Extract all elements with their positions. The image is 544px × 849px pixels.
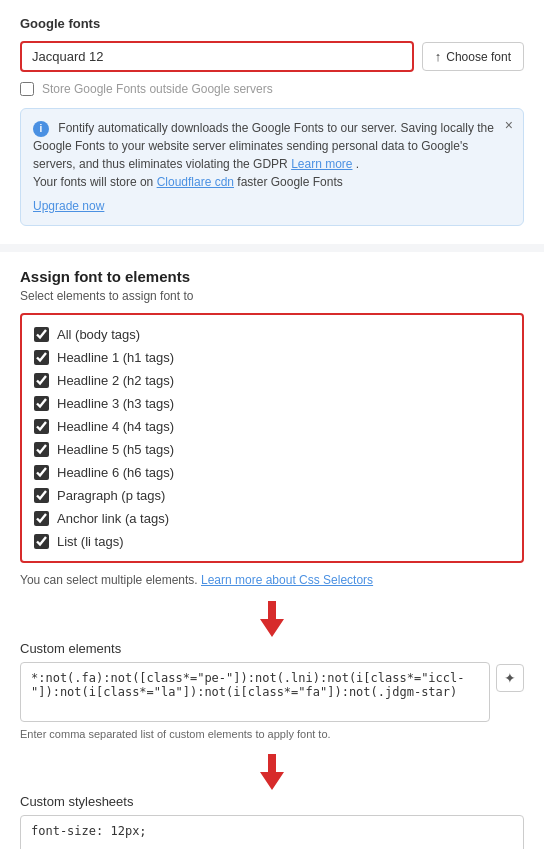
custom-elements-hint: Enter comma separated list of custom ele… [20, 728, 524, 740]
learn-more-row: You can select multiple elements. Learn … [20, 573, 524, 587]
custom-elements-row: *:not(.fa):not([class*="pe-"]):not(.lni)… [20, 662, 524, 722]
checkbox-4[interactable] [34, 419, 49, 434]
info-banner: i Fontify automatically downloads the Go… [20, 108, 524, 226]
checkbox-label: Headline 2 (h2 tags) [57, 373, 174, 388]
checkbox-label: Anchor link (a tags) [57, 511, 169, 526]
store-outside-checkbox[interactable] [20, 82, 34, 96]
checkbox-9[interactable] [34, 534, 49, 549]
assign-font-title: Assign font to elements [20, 268, 524, 285]
checkbox-item: List (li tags) [34, 530, 510, 553]
checkbox-label: Headline 4 (h4 tags) [57, 419, 174, 434]
checkbox-label: Headline 6 (h6 tags) [57, 465, 174, 480]
assign-font-subtitle: Select elements to assign font to [20, 289, 524, 303]
cloudflare-link[interactable]: Cloudflare cdn [157, 175, 234, 189]
checkbox-item: Headline 3 (h3 tags) [34, 392, 510, 415]
custom-elements-label: Custom elements [20, 641, 524, 656]
checkbox-6[interactable] [34, 465, 49, 480]
checkbox-5[interactable] [34, 442, 49, 457]
divider [0, 244, 544, 252]
store-checkbox-label: Store Google Fonts outside Google server… [42, 82, 273, 96]
close-banner-button[interactable]: × [505, 117, 513, 133]
choose-font-button[interactable]: ↑ Choose font [422, 42, 524, 71]
checkbox-item: Headline 6 (h6 tags) [34, 461, 510, 484]
checkbox-label: All (body tags) [57, 327, 140, 342]
checkbox-item: Headline 1 (h1 tags) [34, 346, 510, 369]
svg-marker-1 [260, 754, 284, 790]
checkbox-label: Headline 1 (h1 tags) [57, 350, 174, 365]
checkbox-item: Anchor link (a tags) [34, 507, 510, 530]
store-checkbox-row: Store Google Fonts outside Google server… [20, 82, 524, 96]
checkbox-label: Headline 5 (h5 tags) [57, 442, 174, 457]
settings-icon: ✦ [504, 670, 516, 686]
assign-font-section: Assign font to elements Select elements … [0, 252, 544, 849]
checkbox-label: List (li tags) [57, 534, 123, 549]
checkbox-3[interactable] [34, 396, 49, 411]
info-text-3: faster Google Fonts [237, 175, 342, 189]
upload-icon: ↑ [435, 49, 442, 64]
checkbox-label: Headline 3 (h3 tags) [57, 396, 174, 411]
info-icon: i [33, 121, 49, 137]
arrow-down-custom-stylesheets [256, 754, 288, 790]
checkbox-item: All (body tags) [34, 323, 510, 346]
font-picker-row: ↑ Choose font [20, 41, 524, 72]
arrow-down-custom-elements [256, 601, 288, 637]
checkbox-2[interactable] [34, 373, 49, 388]
learn-more-prefix: You can select multiple elements. [20, 573, 201, 587]
custom-elements-textarea[interactable]: *:not(.fa):not([class*="pe-"]):not(.lni)… [20, 662, 490, 722]
checkbox-item: Headline 2 (h2 tags) [34, 369, 510, 392]
custom-elements-settings-button[interactable]: ✦ [496, 664, 524, 692]
svg-marker-0 [260, 601, 284, 637]
checkbox-0[interactable] [34, 327, 49, 342]
upgrade-link[interactable]: Upgrade now [33, 197, 511, 215]
element-checkboxes-container: All (body tags)Headline 1 (h1 tags)Headl… [20, 313, 524, 563]
checkbox-1[interactable] [34, 350, 49, 365]
info-text-1: Fontify automatically downloads the Goog… [33, 121, 494, 171]
learn-more-link[interactable]: Learn more [291, 157, 352, 171]
css-selectors-link[interactable]: Learn more about Css Selectors [201, 573, 373, 587]
custom-stylesheets-textarea[interactable]: font-size: 12px; [20, 815, 524, 849]
checkbox-item: Headline 4 (h4 tags) [34, 415, 510, 438]
checkbox-7[interactable] [34, 488, 49, 503]
choose-font-label: Choose font [446, 50, 511, 64]
google-fonts-section: Google fonts ↑ Choose font Store Google … [0, 0, 544, 244]
font-name-input[interactable] [20, 41, 414, 72]
checkbox-8[interactable] [34, 511, 49, 526]
custom-stylesheets-label: Custom stylesheets [20, 794, 524, 809]
google-fonts-title: Google fonts [20, 16, 524, 31]
checkbox-item: Headline 5 (h5 tags) [34, 438, 510, 461]
checkbox-label: Paragraph (p tags) [57, 488, 165, 503]
checkbox-item: Paragraph (p tags) [34, 484, 510, 507]
